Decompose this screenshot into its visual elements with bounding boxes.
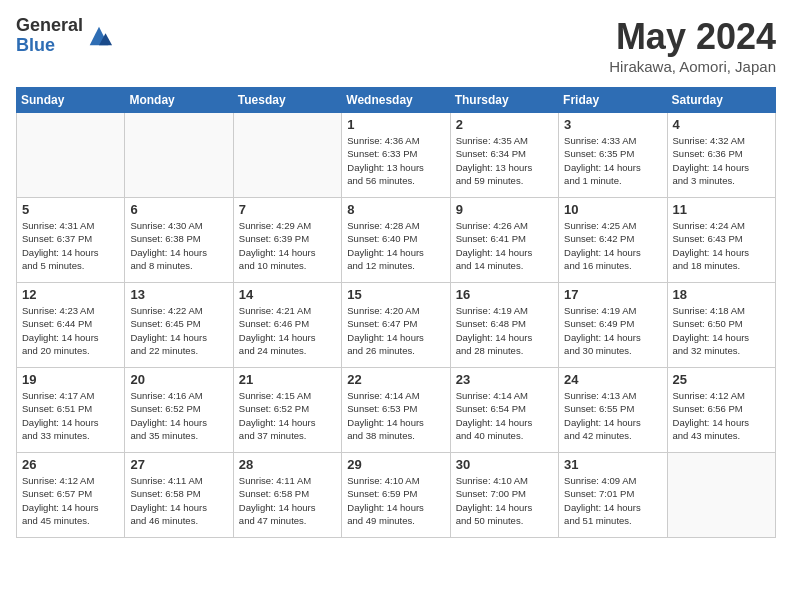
calendar-cell: 22Sunrise: 4:14 AMSunset: 6:53 PMDayligh…	[342, 368, 450, 453]
calendar-cell: 7Sunrise: 4:29 AMSunset: 6:39 PMDaylight…	[233, 198, 341, 283]
calendar-cell: 11Sunrise: 4:24 AMSunset: 6:43 PMDayligh…	[667, 198, 775, 283]
weekday-header: Sunday	[17, 88, 125, 113]
calendar-cell	[233, 113, 341, 198]
calendar-cell: 15Sunrise: 4:20 AMSunset: 6:47 PMDayligh…	[342, 283, 450, 368]
day-info: Sunrise: 4:10 AMSunset: 7:00 PMDaylight:…	[456, 474, 553, 527]
calendar-cell: 1Sunrise: 4:36 AMSunset: 6:33 PMDaylight…	[342, 113, 450, 198]
day-number: 8	[347, 202, 444, 217]
day-number: 29	[347, 457, 444, 472]
day-number: 24	[564, 372, 661, 387]
calendar-week-row: 26Sunrise: 4:12 AMSunset: 6:57 PMDayligh…	[17, 453, 776, 538]
calendar-table: SundayMondayTuesdayWednesdayThursdayFrid…	[16, 87, 776, 538]
calendar-cell: 13Sunrise: 4:22 AMSunset: 6:45 PMDayligh…	[125, 283, 233, 368]
calendar-cell: 2Sunrise: 4:35 AMSunset: 6:34 PMDaylight…	[450, 113, 558, 198]
calendar-cell: 29Sunrise: 4:10 AMSunset: 6:59 PMDayligh…	[342, 453, 450, 538]
calendar-cell: 27Sunrise: 4:11 AMSunset: 6:58 PMDayligh…	[125, 453, 233, 538]
day-number: 5	[22, 202, 119, 217]
calendar-week-row: 19Sunrise: 4:17 AMSunset: 6:51 PMDayligh…	[17, 368, 776, 453]
day-number: 13	[130, 287, 227, 302]
day-info: Sunrise: 4:14 AMSunset: 6:54 PMDaylight:…	[456, 389, 553, 442]
day-number: 26	[22, 457, 119, 472]
day-info: Sunrise: 4:14 AMSunset: 6:53 PMDaylight:…	[347, 389, 444, 442]
day-info: Sunrise: 4:19 AMSunset: 6:49 PMDaylight:…	[564, 304, 661, 357]
day-number: 25	[673, 372, 770, 387]
logo-blue: Blue	[16, 35, 55, 55]
calendar-cell	[667, 453, 775, 538]
calendar-cell: 6Sunrise: 4:30 AMSunset: 6:38 PMDaylight…	[125, 198, 233, 283]
day-number: 14	[239, 287, 336, 302]
day-info: Sunrise: 4:12 AMSunset: 6:56 PMDaylight:…	[673, 389, 770, 442]
day-number: 20	[130, 372, 227, 387]
day-number: 21	[239, 372, 336, 387]
day-number: 3	[564, 117, 661, 132]
day-info: Sunrise: 4:12 AMSunset: 6:57 PMDaylight:…	[22, 474, 119, 527]
weekday-header: Monday	[125, 88, 233, 113]
calendar-week-row: 5Sunrise: 4:31 AMSunset: 6:37 PMDaylight…	[17, 198, 776, 283]
day-number: 19	[22, 372, 119, 387]
calendar-cell: 17Sunrise: 4:19 AMSunset: 6:49 PMDayligh…	[559, 283, 667, 368]
day-number: 4	[673, 117, 770, 132]
day-info: Sunrise: 4:18 AMSunset: 6:50 PMDaylight:…	[673, 304, 770, 357]
calendar-week-row: 12Sunrise: 4:23 AMSunset: 6:44 PMDayligh…	[17, 283, 776, 368]
day-number: 12	[22, 287, 119, 302]
calendar-cell: 18Sunrise: 4:18 AMSunset: 6:50 PMDayligh…	[667, 283, 775, 368]
day-info: Sunrise: 4:19 AMSunset: 6:48 PMDaylight:…	[456, 304, 553, 357]
day-number: 9	[456, 202, 553, 217]
location: Hirakawa, Aomori, Japan	[609, 58, 776, 75]
calendar-cell: 23Sunrise: 4:14 AMSunset: 6:54 PMDayligh…	[450, 368, 558, 453]
calendar-cell: 9Sunrise: 4:26 AMSunset: 6:41 PMDaylight…	[450, 198, 558, 283]
calendar-cell: 14Sunrise: 4:21 AMSunset: 6:46 PMDayligh…	[233, 283, 341, 368]
day-number: 28	[239, 457, 336, 472]
day-info: Sunrise: 4:26 AMSunset: 6:41 PMDaylight:…	[456, 219, 553, 272]
calendar-cell: 4Sunrise: 4:32 AMSunset: 6:36 PMDaylight…	[667, 113, 775, 198]
calendar-cell: 12Sunrise: 4:23 AMSunset: 6:44 PMDayligh…	[17, 283, 125, 368]
day-info: Sunrise: 4:20 AMSunset: 6:47 PMDaylight:…	[347, 304, 444, 357]
weekday-header: Wednesday	[342, 88, 450, 113]
calendar-cell: 25Sunrise: 4:12 AMSunset: 6:56 PMDayligh…	[667, 368, 775, 453]
calendar-cell: 5Sunrise: 4:31 AMSunset: 6:37 PMDaylight…	[17, 198, 125, 283]
day-number: 27	[130, 457, 227, 472]
day-info: Sunrise: 4:11 AMSunset: 6:58 PMDaylight:…	[130, 474, 227, 527]
day-info: Sunrise: 4:22 AMSunset: 6:45 PMDaylight:…	[130, 304, 227, 357]
weekday-header: Thursday	[450, 88, 558, 113]
page-header: General Blue May 2024 Hirakawa, Aomori, …	[16, 16, 776, 75]
day-info: Sunrise: 4:11 AMSunset: 6:58 PMDaylight:…	[239, 474, 336, 527]
calendar-cell: 19Sunrise: 4:17 AMSunset: 6:51 PMDayligh…	[17, 368, 125, 453]
calendar-cell: 16Sunrise: 4:19 AMSunset: 6:48 PMDayligh…	[450, 283, 558, 368]
calendar-cell: 30Sunrise: 4:10 AMSunset: 7:00 PMDayligh…	[450, 453, 558, 538]
day-number: 2	[456, 117, 553, 132]
calendar-cell: 24Sunrise: 4:13 AMSunset: 6:55 PMDayligh…	[559, 368, 667, 453]
calendar-cell: 20Sunrise: 4:16 AMSunset: 6:52 PMDayligh…	[125, 368, 233, 453]
calendar-cell: 8Sunrise: 4:28 AMSunset: 6:40 PMDaylight…	[342, 198, 450, 283]
logo-general: General	[16, 15, 83, 35]
weekday-header: Saturday	[667, 88, 775, 113]
day-number: 17	[564, 287, 661, 302]
calendar-cell: 10Sunrise: 4:25 AMSunset: 6:42 PMDayligh…	[559, 198, 667, 283]
day-info: Sunrise: 4:30 AMSunset: 6:38 PMDaylight:…	[130, 219, 227, 272]
day-number: 11	[673, 202, 770, 217]
day-number: 16	[456, 287, 553, 302]
day-info: Sunrise: 4:28 AMSunset: 6:40 PMDaylight:…	[347, 219, 444, 272]
weekday-header: Friday	[559, 88, 667, 113]
day-info: Sunrise: 4:29 AMSunset: 6:39 PMDaylight:…	[239, 219, 336, 272]
logo-icon	[85, 22, 113, 50]
calendar-cell	[17, 113, 125, 198]
day-number: 23	[456, 372, 553, 387]
day-info: Sunrise: 4:24 AMSunset: 6:43 PMDaylight:…	[673, 219, 770, 272]
day-info: Sunrise: 4:32 AMSunset: 6:36 PMDaylight:…	[673, 134, 770, 187]
day-info: Sunrise: 4:09 AMSunset: 7:01 PMDaylight:…	[564, 474, 661, 527]
day-number: 31	[564, 457, 661, 472]
title-block: May 2024 Hirakawa, Aomori, Japan	[609, 16, 776, 75]
day-info: Sunrise: 4:36 AMSunset: 6:33 PMDaylight:…	[347, 134, 444, 187]
day-number: 7	[239, 202, 336, 217]
day-number: 1	[347, 117, 444, 132]
weekday-header: Tuesday	[233, 88, 341, 113]
day-number: 6	[130, 202, 227, 217]
logo: General Blue	[16, 16, 113, 56]
day-info: Sunrise: 4:33 AMSunset: 6:35 PMDaylight:…	[564, 134, 661, 187]
day-info: Sunrise: 4:21 AMSunset: 6:46 PMDaylight:…	[239, 304, 336, 357]
day-info: Sunrise: 4:25 AMSunset: 6:42 PMDaylight:…	[564, 219, 661, 272]
day-info: Sunrise: 4:35 AMSunset: 6:34 PMDaylight:…	[456, 134, 553, 187]
day-number: 18	[673, 287, 770, 302]
day-info: Sunrise: 4:13 AMSunset: 6:55 PMDaylight:…	[564, 389, 661, 442]
